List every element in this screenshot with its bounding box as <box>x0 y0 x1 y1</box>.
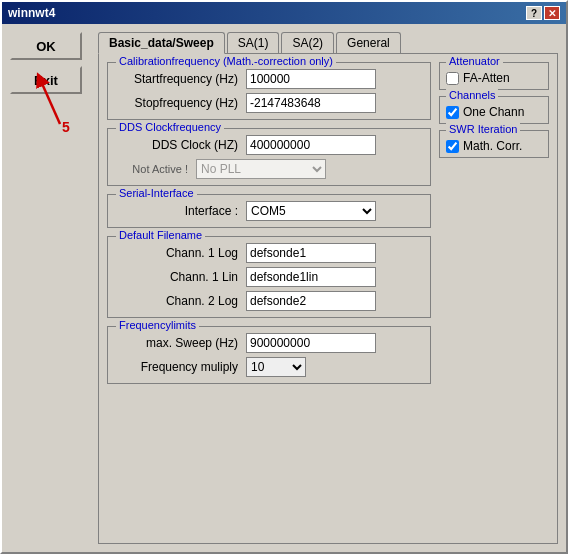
fa-atten-label: FA-Atten <box>463 71 510 85</box>
calibration-section: Calibrationfrequency (Math.-correction o… <box>107 62 431 120</box>
window-title: winnwt4 <box>8 6 55 20</box>
chann1-log-label: Chann. 1 Log <box>116 246 246 260</box>
tab-inner: Calibrationfrequency (Math.-correction o… <box>107 62 549 392</box>
chann1-lin-label: Chann. 1 Lin <box>116 270 246 284</box>
freq-multiply-label: Frequency muliply <box>116 360 246 374</box>
start-freq-label: Startfrequency (Hz) <box>116 72 246 86</box>
close-button[interactable]: ✕ <box>544 6 560 20</box>
one-chann-label: One Chann <box>463 105 524 119</box>
help-button[interactable]: ? <box>526 6 542 20</box>
interface-label: Interface : <box>116 204 246 218</box>
tab-content: Calibrationfrequency (Math.-correction o… <box>98 53 558 544</box>
dds-clock-row: DDS Clock (HZ) <box>116 135 422 155</box>
right-panel: Basic_data/Sweep SA(1) SA(2) General <box>98 32 558 544</box>
math-corr-label: Math. Corr. <box>463 139 522 153</box>
chann1-log-row: Chann. 1 Log <box>116 243 422 263</box>
one-chann-row: One Chann <box>446 105 542 119</box>
start-freq-input[interactable] <box>246 69 376 89</box>
frequency-limits-title: Frequencylimits <box>116 319 199 331</box>
freq-multiply-row: Frequency muliply 1 2 5 10 20 50 100 <box>116 357 422 377</box>
math-corr-checkbox[interactable] <box>446 140 459 153</box>
stop-freq-label: Stopfrequency (Hz) <box>116 96 246 110</box>
svg-text:5: 5 <box>62 119 70 134</box>
dds-clock-input[interactable] <box>246 135 376 155</box>
max-sweep-label: max. Sweep (Hz) <box>116 336 246 350</box>
frequency-limits-section: Frequencylimits max. Sweep (Hz) Frequenc… <box>107 326 431 384</box>
max-sweep-input[interactable] <box>246 333 376 353</box>
freq-multiply-select[interactable]: 1 2 5 10 20 50 100 <box>246 357 306 377</box>
ok-button[interactable]: OK <box>10 32 82 60</box>
interface-select[interactable]: COM1 COM2 COM3 COM4 COM5 COM6 COM7 COM8 <box>246 201 376 221</box>
tab-sa2[interactable]: SA(2) <box>281 32 334 54</box>
fa-atten-row: FA-Atten <box>446 71 542 85</box>
tabs: Basic_data/Sweep SA(1) SA(2) General <box>98 32 558 54</box>
chann2-log-input[interactable] <box>246 291 376 311</box>
default-filename-section: Default Filename Chann. 1 Log Chann. 1 L… <box>107 236 431 318</box>
max-sweep-row: max. Sweep (Hz) <box>116 333 422 353</box>
pll-row: Not Active ! No PLL <box>116 159 422 179</box>
content-area: OK Exit 5 Basic_data/S <box>2 24 566 552</box>
default-filename-title: Default Filename <box>116 229 205 241</box>
attenuator-title: Attenuator <box>446 55 503 67</box>
title-bar: winnwt4 ? ✕ <box>2 2 566 24</box>
chann1-log-input[interactable] <box>246 243 376 263</box>
serial-title: Serial-Interface <box>116 187 197 199</box>
arrow-annotation: 5 <box>20 64 80 137</box>
swr-iteration-section: SWR Iteration Math. Corr. <box>439 130 549 158</box>
left-panel: OK Exit 5 <box>10 32 90 544</box>
channels-title: Channels <box>446 89 498 101</box>
main-window: winnwt4 ? ✕ OK Exit 5 <box>0 0 568 554</box>
chann2-log-row: Chann. 2 Log <box>116 291 422 311</box>
swr-title: SWR Iteration <box>446 123 520 135</box>
stop-freq-input[interactable] <box>246 93 376 113</box>
arrow-icon: 5 <box>20 64 80 134</box>
dds-clock-label: DDS Clock (HZ) <box>116 138 246 152</box>
main-sections: Calibrationfrequency (Math.-correction o… <box>107 62 431 392</box>
title-bar-buttons: ? ✕ <box>526 6 560 20</box>
stop-freq-row: Stopfrequency (Hz) <box>116 93 422 113</box>
serial-section: Serial-Interface Interface : COM1 COM2 C… <box>107 194 431 228</box>
tab-sa1[interactable]: SA(1) <box>227 32 280 54</box>
chann1-lin-input[interactable] <box>246 267 376 287</box>
one-chann-checkbox[interactable] <box>446 106 459 119</box>
pll-select[interactable]: No PLL <box>196 159 326 179</box>
not-active-label: Not Active ! <box>116 163 196 175</box>
dds-section: DDS Clockfrequency DDS Clock (HZ) Not Ac… <box>107 128 431 186</box>
calibration-title: Calibrationfrequency (Math.-correction o… <box>116 55 336 67</box>
svg-line-1 <box>40 79 60 124</box>
interface-row: Interface : COM1 COM2 COM3 COM4 COM5 COM… <box>116 201 422 221</box>
right-sections: Attenuator FA-Atten Channels One Ch <box>439 62 549 392</box>
attenuator-section: Attenuator FA-Atten <box>439 62 549 90</box>
tab-general[interactable]: General <box>336 32 401 54</box>
fa-atten-checkbox[interactable] <box>446 72 459 85</box>
dds-title: DDS Clockfrequency <box>116 121 224 133</box>
chann1-lin-row: Chann. 1 Lin <box>116 267 422 287</box>
chann2-log-label: Chann. 2 Log <box>116 294 246 308</box>
math-corr-row: Math. Corr. <box>446 139 542 153</box>
tab-basic-sweep[interactable]: Basic_data/Sweep <box>98 32 225 54</box>
start-freq-row: Startfrequency (Hz) <box>116 69 422 89</box>
channels-section: Channels One Chann <box>439 96 549 124</box>
